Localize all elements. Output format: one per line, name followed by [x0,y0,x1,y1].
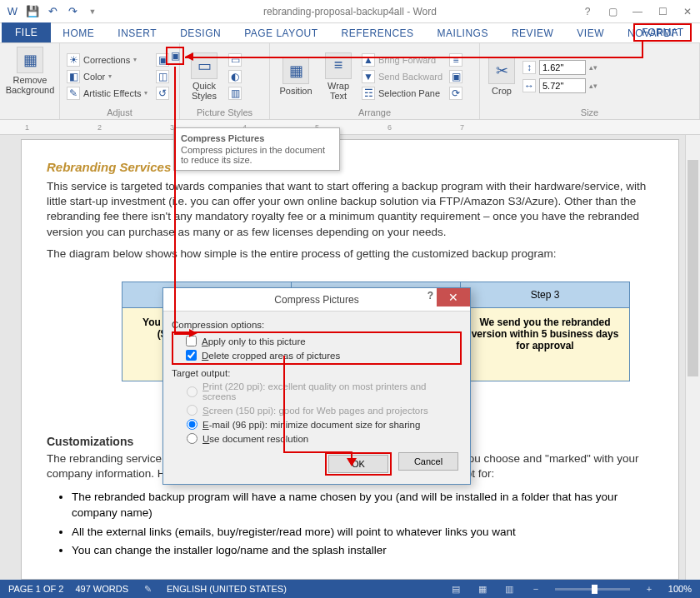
email-radio-row[interactable]: E-mail (96 ppi): minimize document size … [172,417,462,431]
compression-options-label: Compression options: [172,320,462,330]
redo-icon[interactable]: ↷ [63,2,82,21]
group-arrange: ▦Position ≡Wrap Text ▲Bring Forward ▼Sen… [270,43,480,119]
border-icon: ▭ [228,53,242,67]
spellcheck-icon[interactable]: ✎ [140,582,155,596]
tab-view[interactable]: VIEW [565,24,616,42]
word-icon: W [3,2,22,21]
tab-design[interactable]: DESIGN [168,24,232,42]
reset-picture-button[interactable]: ↺ [154,86,171,101]
pict-styles-label: Picture Styles [185,106,264,117]
ribbon: ▦ Remove Background ☀Corrections▾ ◧Color… [0,43,700,120]
usedoc-radio[interactable] [187,433,198,444]
align-button[interactable]: ≡ [448,52,464,67]
ok-highlight: OK [325,452,392,476]
status-lang[interactable]: ENGLISH (UNITED STATES) [167,584,287,594]
zoom-slider[interactable] [555,588,630,591]
corrections-label: Corrections [83,55,130,65]
help-icon[interactable]: ? [575,2,600,22]
vertical-scrollbar[interactable] [685,135,700,580]
print-layout-icon[interactable]: ▦ [475,582,490,596]
change-picture-button[interactable]: ◫ [154,69,171,84]
color-button[interactable]: ◧Color▾ [65,69,149,84]
cancel-button[interactable]: Cancel [398,452,458,471]
picture-effects-button[interactable]: ◐ [227,69,243,84]
align-icon: ≡ [449,53,462,67]
tab-format[interactable]: FORMAT [633,23,692,42]
artistic-label: Artistic Effects [83,88,141,98]
tab-page-layout[interactable]: PAGE LAYOUT [232,24,329,42]
scrollbar-thumb[interactable] [688,160,698,376]
artistic-effects-button[interactable]: ✎Artistic Effects▾ [65,86,149,101]
crop-label: Crop [492,86,512,96]
crop-button[interactable]: ✂Crop [485,47,518,106]
zoom-out-icon[interactable]: − [528,582,543,596]
spinner-icon[interactable]: ▴▾ [589,82,598,90]
status-words[interactable]: 497 WORDS [75,584,128,594]
status-page[interactable]: PAGE 1 OF 2 [8,584,63,594]
wrap-text-button[interactable]: ≡Wrap Text [320,47,357,106]
zoom-thumb[interactable] [592,585,598,594]
target-output-label: Target output: [172,368,462,378]
usedoc-radio-row[interactable]: Use document resolution [172,431,462,446]
effects-icon: ◐ [228,70,242,83]
list-item: The rebranded backup program will have a… [72,489,653,521]
picture-border-button[interactable]: ▭ [227,52,243,67]
ribbon-options-icon[interactable]: ▢ [600,2,625,22]
reset-picture-icon: ↺ [156,87,169,100]
bring-forward-button[interactable]: ▲Bring Forward [360,52,444,67]
selection-pane-button[interactable]: ☶Selection Pane [360,86,444,101]
artistic-icon: ✎ [67,87,80,100]
horizontal-ruler[interactable]: 1234567 [0,120,700,135]
tab-insert[interactable]: INSERT [106,24,168,42]
undo-icon[interactable]: ↶ [43,2,62,21]
print-radio [187,386,198,397]
dialog-help-icon[interactable]: ? [428,290,433,301]
zoom-in-icon[interactable]: + [642,582,657,596]
tab-mailings[interactable]: MAILINGS [426,24,500,42]
compress-pictures-icon: ▣ [168,49,182,62]
position-button[interactable]: ▦Position [275,47,317,106]
tab-review[interactable]: REVIEW [500,24,565,42]
remove-background-button[interactable]: ▦ Remove Background [5,47,55,95]
corrections-button[interactable]: ☀Corrections▾ [65,52,149,67]
list-item: You can change the installer logo/name a… [72,542,653,559]
width-input[interactable] [539,78,586,93]
apply-only-checkbox-row[interactable]: Apply only to this picture [174,334,459,348]
web-layout-icon[interactable]: ▥ [502,582,517,596]
save-icon[interactable]: 💾 [23,2,42,21]
delete-cropped-checkbox-row[interactable]: Delete cropped areas of pictures [174,348,459,362]
rotate-button[interactable]: ⟳ [448,86,464,101]
status-zoom[interactable]: 100% [668,584,692,594]
height-input[interactable] [539,60,586,75]
tooltip-desc: Compress pictures in the document to red… [181,145,332,165]
position-icon: ▦ [282,57,309,84]
read-mode-icon[interactable]: ▤ [448,582,463,596]
remove-bg-label: Remove Background [5,75,55,95]
maximize-icon[interactable]: ☐ [650,2,675,22]
delete-cropped-checkbox[interactable] [186,350,197,361]
minimize-icon[interactable]: — [625,2,650,22]
list-item: All the external links (emails, buy/regi… [72,524,653,541]
compress-pictures-dialog: Compress Pictures ? ✕ Compression option… [162,287,471,485]
send-backward-button[interactable]: ▼Send Backward [360,69,444,84]
tab-home[interactable]: HOME [51,24,106,42]
tab-references[interactable]: REFERENCES [330,24,426,42]
quick-styles-label: Quick Styles [185,81,223,101]
dialog-close-button[interactable]: ✕ [437,288,470,306]
ok-button[interactable]: OK [328,455,388,473]
send-back-label: Send Backward [378,72,442,82]
annotation-arrow-2b [174,333,191,335]
close-icon[interactable]: ✕ [675,2,700,22]
email-radio[interactable] [187,419,198,430]
group-button[interactable]: ▣ [448,69,464,84]
pic-layout-icon: ▥ [228,87,242,100]
tab-file[interactable]: FILE [2,22,51,42]
spinner-icon[interactable]: ▴▾ [589,63,598,72]
dialog-titlebar[interactable]: Compress Pictures ? ✕ [163,288,470,311]
group-remove-bg: ▦ Remove Background [0,43,60,119]
qat-customize-icon[interactable]: ▼ [83,2,102,21]
corrections-icon: ☀ [67,53,80,67]
window-title: rebranding-proposal-backup4all - Word [263,6,437,17]
picture-layout-button[interactable]: ▥ [227,86,243,101]
color-label: Color [83,72,105,82]
